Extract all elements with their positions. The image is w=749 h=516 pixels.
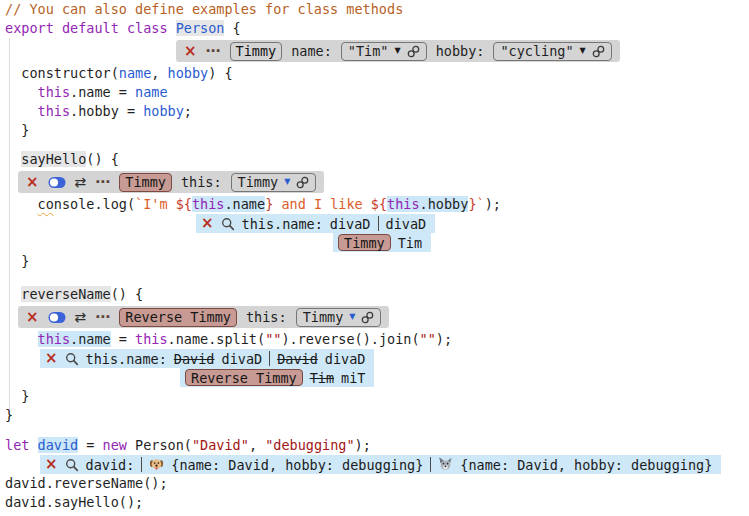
- toggle-on-icon[interactable]: [48, 311, 66, 324]
- more-icon[interactable]: ⋯: [95, 175, 110, 190]
- code-line-reversename-decl[interactable]: reverseName() {: [5, 285, 749, 304]
- sayhello-example-widget: × ⇄ ⋯ Timmy this: Timmy ▼: [18, 171, 324, 193]
- example-name-chip[interactable]: Reverse Timmy: [119, 308, 237, 327]
- code-token: .hobby: [420, 196, 469, 212]
- close-icon[interactable]: ×: [184, 44, 197, 59]
- link-icon[interactable]: [407, 45, 420, 58]
- close-icon[interactable]: ×: [26, 175, 39, 190]
- code-token: Person: [176, 20, 225, 36]
- code-token: hobby: [168, 65, 209, 81]
- probe-old-value: Tim: [310, 370, 334, 386]
- code-line-new-person[interactable]: let david = new Person("David", "debuggi…: [5, 436, 749, 455]
- example-name-chip[interactable]: Timmy: [119, 173, 172, 192]
- code-token: this: [38, 331, 71, 347]
- name-value-dropdown[interactable]: "Tim" ▼: [341, 42, 427, 61]
- close-icon[interactable]: ×: [201, 216, 214, 231]
- code-token: // You can also define examples for clas…: [5, 1, 403, 17]
- toggle-on-icon[interactable]: [48, 176, 66, 189]
- code-line-close-brace[interactable]: }: [5, 121, 749, 140]
- code-token: "": [265, 331, 281, 347]
- code-token: david: [38, 437, 79, 453]
- code-line-assign-hobby[interactable]: this.hobby = hobby;: [5, 102, 749, 121]
- chevron-down-icon: ▼: [395, 47, 401, 55]
- value-separator: [430, 457, 431, 472]
- close-icon[interactable]: ×: [45, 351, 58, 366]
- code-line-console-log[interactable]: console.log(`I'm ${this.name} and I like…: [5, 195, 749, 214]
- code-token: }: [5, 407, 13, 423]
- probe-label: this.name:: [86, 351, 167, 367]
- probe-this-name-example: Timmy Tim: [333, 233, 431, 252]
- probe-row: × this.name: divaD divaD: [5, 214, 749, 233]
- hobby-value-dropdown[interactable]: "cycling" ▼: [493, 42, 611, 61]
- code-line-close-brace[interactable]: }: [5, 252, 749, 271]
- editor-surface[interactable]: // You can also define examples for clas…: [0, 0, 749, 512]
- code-token: this: [38, 103, 71, 119]
- more-icon[interactable]: ⋯: [95, 310, 110, 325]
- code-token: ,: [151, 65, 167, 81]
- code-token: [5, 84, 38, 100]
- link-icon[interactable]: [296, 176, 309, 189]
- dropdown-value: Timmy: [303, 309, 344, 325]
- code-token: [5, 103, 38, 119]
- search-icon[interactable]: [65, 458, 79, 472]
- probe-value-right: {name: David, hobby: debugging}: [460, 457, 712, 473]
- code-line-class-decl[interactable]: export default class Person {: [5, 19, 749, 38]
- code-token: co: [38, 196, 54, 212]
- widget-row: × ⋯ Timmy name: "Tim" ▼ hobby: "cycling"…: [5, 38, 749, 64]
- close-icon[interactable]: ×: [45, 457, 58, 472]
- code-line-assign-name[interactable]: this.name = name: [5, 83, 749, 102]
- code-token: let: [5, 437, 38, 453]
- code-line-call-sayhello[interactable]: david.sayHello();: [5, 493, 749, 512]
- code-line-comment[interactable]: // You can also define examples for clas…: [5, 0, 749, 19]
- probe-this-name-reverse: × this.name: David divaD David divaD: [40, 349, 374, 368]
- code-line-sayhello-decl[interactable]: sayHello() {: [5, 150, 749, 169]
- search-icon[interactable]: [65, 352, 79, 366]
- code-token: constructor(: [5, 65, 119, 81]
- probe-value-left: divaD: [330, 216, 371, 232]
- code-line-constructor[interactable]: constructor(name, hobby) {: [5, 64, 749, 83]
- code-token: ,: [249, 437, 265, 453]
- code-line-call-reverse[interactable]: david.reverseName();: [5, 474, 749, 493]
- probe-label: this.name:: [242, 216, 323, 232]
- link-icon[interactable]: [361, 311, 374, 324]
- field-label-hobby: hobby:: [436, 43, 485, 59]
- code-token: sayHello: [21, 151, 86, 167]
- value-separator: [378, 216, 379, 231]
- this-value-dropdown[interactable]: Timmy ▼: [231, 173, 317, 192]
- code-token: ${: [176, 196, 192, 212]
- code-token: }: [5, 388, 29, 404]
- more-icon[interactable]: ⋯: [206, 44, 221, 59]
- probe-value-right: divaD: [386, 216, 427, 232]
- swap-arrows-icon[interactable]: ⇄: [75, 175, 87, 189]
- code-token: =: [78, 437, 102, 453]
- link-icon[interactable]: [592, 45, 605, 58]
- probe-old-value: David: [174, 351, 215, 367]
- probe-new-value: miT: [341, 370, 365, 386]
- this-value-dropdown[interactable]: Timmy ▼: [296, 308, 382, 327]
- blank-line[interactable]: [5, 140, 749, 150]
- probe-david: × david: {name: David, hobby: debugging}: [40, 455, 721, 474]
- code-token: .name: [224, 196, 265, 212]
- search-icon[interactable]: [221, 217, 235, 231]
- value-separator: [269, 351, 270, 366]
- probe-row: × david: {name: David, hobby: debugging}: [5, 455, 749, 474]
- code-token: name: [119, 65, 152, 81]
- blank-line[interactable]: [5, 425, 749, 436]
- example-name-chip[interactable]: Reverse Timmy: [185, 369, 303, 386]
- example-name-chip[interactable]: Timmy: [338, 234, 391, 251]
- code-line-close-brace[interactable]: }: [5, 387, 749, 406]
- code-token: .hobby =: [70, 103, 143, 119]
- swap-arrows-icon[interactable]: ⇄: [75, 310, 87, 324]
- probe-this-name: × this.name: divaD divaD: [196, 214, 435, 233]
- example-name-button[interactable]: Timmy: [230, 42, 283, 61]
- this-label: this:: [181, 174, 222, 190]
- code-token: export default class: [5, 20, 176, 36]
- code-token: `I'm: [135, 196, 176, 212]
- code-token: .name.split(: [168, 331, 266, 347]
- close-icon[interactable]: ×: [26, 310, 39, 325]
- blank-line[interactable]: [5, 271, 749, 285]
- chevron-down-icon: ▼: [349, 313, 355, 321]
- code-line-reverse-assign[interactable]: this.name = this.name.split("").reverse(…: [5, 330, 749, 349]
- code-token: [5, 151, 21, 167]
- code-line-close-class[interactable]: }: [5, 406, 749, 425]
